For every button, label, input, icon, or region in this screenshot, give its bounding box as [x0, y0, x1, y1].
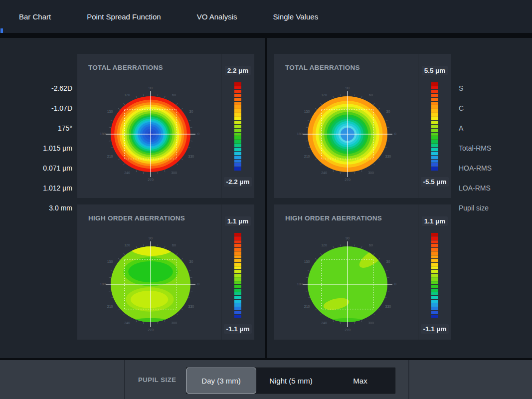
svg-text:150: 150: [107, 260, 113, 263]
svg-text:180: 180: [100, 282, 106, 286]
aberration-map: 0306090120150180210240270300330: [77, 204, 220, 340]
aberration-map-area: HIGH ORDER ABERRATIONS 03060901201501802…: [274, 204, 418, 340]
svg-text:60: 60: [172, 243, 176, 247]
colorbar: [234, 82, 241, 171]
label-hoa-rms: HOA-RMS: [459, 163, 492, 173]
svg-text:330: 330: [385, 155, 391, 158]
aberration-map: 0306090120150180210240270300330: [77, 54, 220, 198]
aberration-map: 0306090120150180210240270300330: [274, 204, 417, 340]
pupil-size-label: PUPIL SIZE: [138, 360, 177, 399]
value-s: -2.62D: [0, 83, 72, 93]
svg-text:240: 240: [124, 321, 130, 325]
svg-text:120: 120: [321, 93, 327, 97]
svg-text:0: 0: [197, 132, 199, 136]
svg-text:210: 210: [107, 155, 113, 158]
svg-text:330: 330: [188, 305, 194, 308]
svg-text:30: 30: [386, 260, 390, 263]
svg-text:120: 120: [321, 243, 327, 247]
value-total-rms: 1.015 µm: [0, 143, 72, 153]
svg-text:60: 60: [369, 93, 373, 97]
bottom-bar-divider: [408, 360, 409, 399]
panel-total-aberrations-day: TOTAL ABERRATIONS 0306090120150180210240…: [77, 54, 254, 198]
svg-text:60: 60: [369, 243, 373, 247]
top-nav-bar: Bar Chart Point Spread Function VO Analy…: [0, 0, 532, 33]
scale-min-label: -1.1 µm: [421, 324, 449, 334]
scale-max-label: 2.2 µm: [225, 66, 251, 75]
svg-text:120: 120: [124, 93, 130, 97]
svg-text:120: 120: [124, 243, 130, 247]
svg-text:30: 30: [189, 110, 193, 113]
aberration-map-area: HIGH ORDER ABERRATIONS 03060901201501802…: [77, 204, 221, 340]
svg-text:330: 330: [188, 155, 194, 158]
bottom-bar-divider: [124, 360, 125, 399]
svg-text:240: 240: [124, 171, 130, 175]
tab-vo-analysis[interactable]: VO Analysis: [197, 12, 237, 21]
svg-text:90: 90: [346, 86, 350, 90]
colorbar-area: 1.1 µm -1.1 µm: [221, 204, 254, 340]
svg-text:0: 0: [197, 282, 199, 286]
svg-text:0: 0: [394, 132, 396, 136]
svg-text:270: 270: [345, 328, 351, 332]
aberration-map-area: TOTAL ABERRATIONS 0306090120150180210240…: [77, 54, 221, 198]
svg-text:150: 150: [304, 110, 310, 113]
tab-bar-chart[interactable]: Bar Chart: [19, 12, 51, 21]
nav-scroll-indicator: [0, 28, 3, 33]
pupil-size-button-group: Day (3 mm) Night (5 mm) Max: [186, 368, 395, 394]
label-pupil-size: Pupil size: [459, 203, 489, 213]
pupil-day-button[interactable]: Day (3 mm): [186, 368, 256, 394]
label-loa-rms: LOA-RMS: [459, 183, 491, 193]
panel-total-aberrations-night: TOTAL ABERRATIONS 0306090120150180210240…: [274, 54, 451, 198]
panel-high-order-aberrations-day: HIGH ORDER ABERRATIONS 03060901201501802…: [77, 204, 254, 340]
colorbar-area: 2.2 µm -2.2 µm: [221, 54, 254, 198]
label-total-rms: Total-RMS: [459, 143, 491, 153]
pupil-night-button[interactable]: Night (5 mm): [256, 368, 326, 393]
svg-text:150: 150: [107, 110, 113, 113]
pupil-max-button[interactable]: Max: [326, 368, 395, 393]
colorbar-area: 1.1 µm -1.1 µm: [418, 204, 451, 340]
scale-min-label: -1.1 µm: [224, 324, 252, 334]
value-pupil-size: 3.0 mm: [0, 203, 72, 213]
svg-text:90: 90: [149, 236, 153, 240]
svg-text:60: 60: [172, 93, 176, 97]
svg-text:90: 90: [149, 86, 153, 90]
svg-text:180: 180: [297, 132, 303, 136]
svg-text:210: 210: [304, 155, 310, 158]
svg-text:180: 180: [100, 132, 106, 136]
svg-text:300: 300: [171, 171, 177, 175]
svg-text:210: 210: [107, 305, 113, 308]
pupil-size-bar: PUPIL SIZE Day (3 mm) Night (5 mm) Max: [0, 360, 532, 399]
aberration-map-area: TOTAL ABERRATIONS 0306090120150180210240…: [274, 54, 418, 198]
panel-title: TOTAL ABERRATIONS: [88, 64, 163, 71]
svg-text:300: 300: [171, 321, 177, 325]
svg-text:0: 0: [394, 282, 396, 286]
colorbar-area: 5.5 µm -5.5 µm: [418, 54, 451, 198]
value-c: -1.07D: [0, 103, 72, 113]
svg-text:240: 240: [321, 171, 327, 175]
svg-text:30: 30: [386, 110, 390, 113]
svg-text:180: 180: [297, 282, 303, 286]
tab-single-values[interactable]: Single Values: [273, 12, 319, 21]
scale-min-label: -5.5 µm: [421, 177, 449, 187]
scale-max-label: 1.1 µm: [225, 216, 251, 226]
panel-title: TOTAL ABERRATIONS: [285, 64, 360, 71]
svg-text:270: 270: [345, 178, 351, 182]
svg-text:210: 210: [304, 305, 310, 308]
panel-title: HIGH ORDER ABERRATIONS: [88, 214, 185, 222]
svg-text:270: 270: [148, 328, 154, 332]
main-content: -2.62D -1.07D 175° 1.015 µm 0.071 µm 1.0…: [0, 38, 532, 358]
column-night-pupil: TOTAL ABERRATIONS 0306090120150180210240…: [267, 38, 532, 358]
svg-text:270: 270: [148, 178, 154, 182]
tab-point-spread-function[interactable]: Point Spread Function: [87, 12, 161, 21]
value-loa-rms: 1.012 µm: [0, 183, 72, 193]
label-c: C: [459, 103, 464, 113]
colorbar: [431, 233, 438, 318]
label-a: A: [459, 123, 463, 133]
value-a: 175°: [0, 123, 72, 133]
svg-text:150: 150: [304, 260, 310, 263]
svg-text:240: 240: [321, 321, 327, 325]
svg-text:30: 30: [189, 260, 193, 263]
svg-text:330: 330: [385, 305, 391, 308]
colorbar: [431, 82, 438, 171]
scale-min-label: -2.2 µm: [224, 177, 252, 187]
label-s: S: [459, 83, 463, 93]
